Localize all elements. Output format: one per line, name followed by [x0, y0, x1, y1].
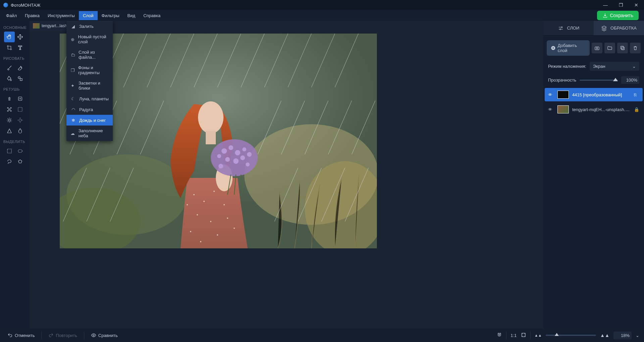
- blend-mode-select[interactable]: Экран ⌄: [590, 62, 639, 71]
- close-button[interactable]: ✕: [629, 0, 644, 10]
- menu-item-planets[interactable]: ☾Луна, планеты: [66, 93, 113, 104]
- svg-point-36: [235, 150, 240, 155]
- eye-icon: [91, 333, 96, 338]
- tool-lasso[interactable]: [4, 156, 15, 167]
- menu-item-layer-from-file[interactable]: 🗀Слой из файла...: [66, 47, 113, 62]
- right-panel: СЛОИ ОБРАБОТКА Добавить слой Режим налож…: [543, 21, 644, 329]
- menu-view[interactable]: Вид: [123, 11, 140, 20]
- tool-bucket[interactable]: [4, 73, 15, 84]
- tool-eraser[interactable]: [15, 62, 26, 73]
- document-tab[interactable]: tengyart...lash: [30, 21, 70, 31]
- svg-point-43: [247, 152, 252, 157]
- svg-point-4: [7, 107, 8, 108]
- tool-clone-stamp[interactable]: [4, 93, 15, 104]
- duplicate-button[interactable]: [617, 43, 628, 53]
- tool-rect-select[interactable]: [4, 146, 15, 156]
- save-button[interactable]: Сохранить: [597, 11, 639, 20]
- tool-crop[interactable]: [4, 42, 15, 53]
- paint-bucket-icon: ◢: [70, 23, 76, 29]
- section-retouch: РЕТУШЬ: [0, 85, 30, 93]
- svg-rect-11: [7, 149, 11, 153]
- zoom-ratio[interactable]: 1:1: [510, 333, 516, 338]
- menu-layer[interactable]: Слой: [79, 11, 98, 20]
- layer-item[interactable]: 👁 4415 [преобразованный] ⎘: [545, 88, 643, 101]
- zoom-in-icon[interactable]: ▲▲: [600, 333, 609, 338]
- compare-button[interactable]: Сравнить: [88, 331, 120, 340]
- svg-rect-79: [595, 47, 599, 50]
- tool-poly-lasso[interactable]: [15, 156, 26, 167]
- tool-patch[interactable]: [15, 93, 26, 104]
- svg-point-20: [213, 191, 215, 192]
- undo-button[interactable]: Отменить: [5, 331, 37, 340]
- tab-processing[interactable]: ОБРАБОТКА: [594, 21, 644, 35]
- layer-name: 4415 [преобразованный]: [572, 92, 631, 97]
- tool-hand[interactable]: [4, 32, 15, 42]
- svg-point-24: [227, 217, 228, 219]
- menu-edit[interactable]: Правка: [21, 11, 44, 20]
- chevron-down-icon[interactable]: ⌄: [636, 333, 639, 338]
- left-toolbar: ОСНОВНЫЕ РИСОВАТЬ РЕТУШЬ ВЫДЕЛИТЬ: [0, 21, 30, 329]
- menu-file[interactable]: Файл: [2, 11, 21, 20]
- menu-item-rainbow[interactable]: ◠Радуга: [66, 104, 113, 115]
- panel-tabs: СЛОИ ОБРАБОТКА: [543, 21, 644, 36]
- menu-help[interactable]: Справка: [139, 11, 164, 20]
- opacity-slider-thumb[interactable]: [613, 78, 618, 81]
- menu-item-flares[interactable]: ✦Засветки и блики: [66, 78, 113, 93]
- zoom-value[interactable]: 18%: [613, 332, 632, 339]
- magnet-button[interactable]: [497, 332, 502, 339]
- camera-button[interactable]: [592, 43, 602, 53]
- folder-icon: 🗀: [70, 52, 75, 57]
- tool-bright2[interactable]: [15, 115, 26, 126]
- menu-tools[interactable]: Инструменты: [44, 11, 79, 20]
- svg-point-19: [203, 201, 205, 202]
- link-icon[interactable]: ⎘: [634, 92, 639, 97]
- layer-item[interactable]: 👁 tengyart-mqEH...-unsplash.jpg 🔒: [545, 103, 643, 116]
- menu-item-fill[interactable]: ◢Залить: [66, 21, 113, 32]
- app-icon: [3, 3, 8, 7]
- tool-text[interactable]: [15, 42, 26, 53]
- tool-perspective[interactable]: [4, 126, 15, 136]
- tool-remove[interactable]: [15, 104, 26, 115]
- redo-button: Повторить: [46, 331, 80, 340]
- tab-thumbnail: [33, 23, 40, 29]
- redo-icon: [48, 333, 54, 338]
- svg-point-25: [190, 231, 191, 232]
- zoom-slider[interactable]: [546, 335, 596, 336]
- tool-droplet[interactable]: [15, 126, 26, 136]
- folder-button[interactable]: [604, 43, 615, 53]
- add-layer-button[interactable]: Добавить слой: [547, 40, 590, 56]
- menu-item-new-layer[interactable]: ⊕Новый пустой слой: [66, 32, 113, 47]
- visibility-icon[interactable]: 👁: [548, 92, 554, 97]
- visibility-icon[interactable]: 👁: [548, 107, 554, 112]
- minimize-button[interactable]: —: [598, 0, 613, 10]
- opacity-slider[interactable]: [580, 80, 618, 81]
- tool-shapes[interactable]: [15, 73, 26, 84]
- menu-item-rain-snow[interactable]: ❄Дождь и снег: [66, 115, 113, 126]
- fit-screen-button[interactable]: [521, 332, 526, 339]
- tool-heal[interactable]: [4, 104, 15, 115]
- tool-bright[interactable]: [4, 115, 15, 126]
- maximize-button[interactable]: ❐: [613, 0, 629, 10]
- zoom-slider-thumb[interactable]: [555, 333, 559, 336]
- svg-point-6: [7, 110, 8, 111]
- tool-move[interactable]: [15, 32, 26, 42]
- menu-filters[interactable]: Фильтры: [98, 11, 123, 20]
- moon-icon: ☾: [70, 96, 76, 101]
- zoom-out-icon[interactable]: ▲▲: [535, 333, 542, 337]
- sliders-icon: [558, 25, 564, 31]
- app-title: ФотоМОНТАЖ: [11, 3, 598, 8]
- lock-icon[interactable]: 🔒: [634, 107, 639, 112]
- opacity-value[interactable]: 100%: [621, 76, 639, 84]
- svg-point-28: [200, 241, 201, 242]
- fit-icon: [521, 332, 526, 338]
- svg-point-37: [242, 147, 246, 151]
- delete-button[interactable]: [630, 43, 641, 53]
- tool-ellipse-select[interactable]: [15, 146, 26, 156]
- menu-item-sky-fill[interactable]: ☁Заполнение неба: [66, 126, 113, 141]
- svg-point-42: [218, 164, 223, 168]
- tab-layers[interactable]: СЛОИ: [543, 21, 594, 35]
- tool-brush[interactable]: [4, 62, 15, 73]
- section-basic: ОСНОВНЫЕ: [0, 23, 30, 31]
- rainbow-icon: ◠: [70, 107, 76, 112]
- menu-item-backgrounds[interactable]: ❐Фоны и градиенты: [66, 62, 113, 78]
